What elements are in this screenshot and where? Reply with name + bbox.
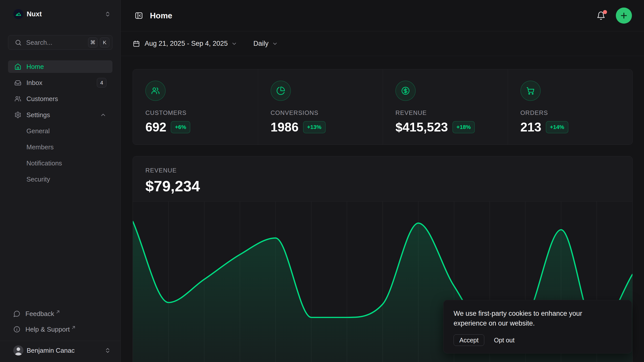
avatar [13,345,23,355]
granularity-label: Daily [253,40,268,48]
notifications-button[interactable] [596,11,606,20]
accept-button[interactable]: Accept [454,334,484,346]
workspace-selector[interactable]: Nuxt [8,8,112,20]
date-range-label: Aug 21, 2025 - Sep 4, 2025 [145,40,228,48]
external-link-icon [56,310,60,314]
help-support-label: Help & Support [25,326,70,333]
toolbar: Aug 21, 2025 - Sep 4, 2025 Daily [121,31,644,56]
home-icon [14,63,21,70]
sidebar-item-security[interactable]: Security [8,173,112,186]
stat-label: CUSTOMERS [145,109,250,116]
revenue-value: $79,234 [145,177,620,195]
sidebar-nav: Home Inbox 4 Customers [8,60,112,186]
sidebar-footer: Feedback Help & Support [8,306,112,362]
dollar-circle-icon [395,81,416,101]
stat-delta-badge: +14% [546,121,568,133]
nuxt-logo [13,9,23,19]
stat-label: REVENUE [395,109,500,116]
chat-bubble-icon [13,310,20,317]
revenue-label: REVENUE [145,167,620,174]
sidebar-item-customers[interactable]: Customers [8,93,112,105]
chevrons-up-down-icon [104,11,111,17]
sidebar: Nuxt ⌘ K Home [0,0,121,362]
search-input[interactable] [26,38,86,47]
add-button[interactable] [616,8,632,24]
workspace-name: Nuxt [27,10,104,18]
date-range-picker[interactable]: Aug 21, 2025 - Sep 4, 2025 [133,40,237,48]
plus-icon [620,11,628,20]
users-circle-icon [145,81,166,101]
panel-left-close-icon [134,11,143,20]
calendar-icon [133,40,140,48]
stat-delta-badge: +13% [303,121,326,133]
help-support-link[interactable]: Help & Support [8,322,112,337]
sidebar-item-label: Settings [26,111,50,119]
header-actions [596,8,632,24]
stat-orders[interactable]: ORDERS 213 +14% [508,69,633,145]
info-circle-icon [13,326,20,333]
search-icon [15,39,22,46]
sidebar-item-settings[interactable]: Settings [8,109,112,121]
pie-chart-icon [271,81,291,101]
users-icon [14,95,21,102]
chevron-up-icon [100,112,106,118]
feedback-label: Feedback [25,310,54,318]
stat-value: $415,523 [395,120,448,134]
sidebar-item-notifications[interactable]: Notifications [8,157,112,169]
kbd-k: K [100,37,109,48]
inbox-count-badge: 4 [97,78,106,87]
inbox-icon [14,79,21,86]
stat-value: 213 [520,120,541,134]
main-header: Home [121,0,644,31]
user-name: Benjamin Canac [27,347,104,354]
sidebar-item-members[interactable]: Members [8,141,112,153]
kbd-cmd: ⌘ [88,37,98,48]
search-box[interactable]: ⌘ K [8,35,112,50]
page-title: Home [150,11,172,20]
shopping-cart-icon [520,81,541,101]
revenue-card-header: REVENUE $79,234 [133,156,632,195]
notification-dot [603,10,607,14]
sidebar-item-label: Customers [26,95,58,103]
chevrons-up-down-icon [104,347,111,354]
workspace-switch-button[interactable] [104,11,111,17]
opt-out-button[interactable]: Opt out [494,337,514,344]
stats-card: CUSTOMERS 692 +6% CONVERSIONS 1986 +13% [133,69,633,145]
sidebar-item-general[interactable]: General [8,125,112,137]
stat-revenue[interactable]: REVENUE $415,523 +18% [383,69,508,145]
collapse-sidebar-button[interactable] [134,11,143,20]
stat-delta-badge: +6% [171,121,190,133]
external-link-icon [71,326,75,330]
gear-icon [14,111,21,118]
sidebar-item-label: Home [26,63,44,71]
chevron-down-icon [231,41,237,47]
stat-label: ORDERS [520,109,625,116]
cookie-actions: Accept Opt out [454,334,622,346]
user-menu[interactable]: Benjamin Canac [8,341,112,360]
stat-conversions[interactable]: CONVERSIONS 1986 +13% [258,69,383,145]
sidebar-item-label: Inbox [26,79,43,87]
sidebar-item-home[interactable]: Home [8,60,112,73]
stat-label: CONVERSIONS [271,109,375,116]
chevron-down-icon [272,41,278,47]
stat-customers[interactable]: CUSTOMERS 692 +6% [133,69,258,145]
stat-value: 692 [145,120,166,134]
sidebar-item-inbox[interactable]: Inbox 4 [8,76,112,89]
cookie-message: We use first-party cookies to enhance yo… [454,309,617,328]
feedback-link[interactable]: Feedback [8,306,112,322]
stat-delta-badge: +18% [453,121,475,133]
cookie-banner: We use first-party cookies to enhance yo… [443,300,632,353]
stat-value: 1986 [271,120,299,134]
granularity-select[interactable]: Daily [253,40,278,48]
